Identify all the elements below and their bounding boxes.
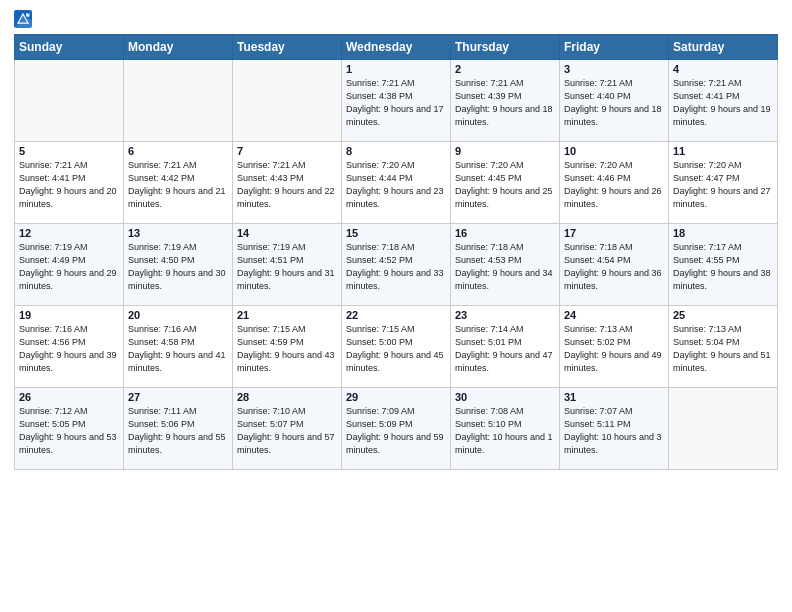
day-number: 12 <box>19 227 119 239</box>
weekday-header-tuesday: Tuesday <box>233 35 342 60</box>
day-info: Sunrise: 7:18 AMSunset: 4:53 PMDaylight:… <box>455 241 555 293</box>
day-info: Sunrise: 7:17 AMSunset: 4:55 PMDaylight:… <box>673 241 773 293</box>
calendar-cell: 5Sunrise: 7:21 AMSunset: 4:41 PMDaylight… <box>15 142 124 224</box>
calendar-cell: 13Sunrise: 7:19 AMSunset: 4:50 PMDayligh… <box>124 224 233 306</box>
calendar-cell: 19Sunrise: 7:16 AMSunset: 4:56 PMDayligh… <box>15 306 124 388</box>
day-number: 26 <box>19 391 119 403</box>
day-number: 3 <box>564 63 664 75</box>
day-number: 13 <box>128 227 228 239</box>
day-number: 16 <box>455 227 555 239</box>
day-info: Sunrise: 7:15 AMSunset: 5:00 PMDaylight:… <box>346 323 446 375</box>
day-number: 18 <box>673 227 773 239</box>
day-info: Sunrise: 7:19 AMSunset: 4:50 PMDaylight:… <box>128 241 228 293</box>
day-info: Sunrise: 7:13 AMSunset: 5:04 PMDaylight:… <box>673 323 773 375</box>
day-info: Sunrise: 7:16 AMSunset: 4:56 PMDaylight:… <box>19 323 119 375</box>
calendar-cell: 7Sunrise: 7:21 AMSunset: 4:43 PMDaylight… <box>233 142 342 224</box>
day-info: Sunrise: 7:16 AMSunset: 4:58 PMDaylight:… <box>128 323 228 375</box>
day-info: Sunrise: 7:13 AMSunset: 5:02 PMDaylight:… <box>564 323 664 375</box>
day-number: 5 <box>19 145 119 157</box>
weekday-header-saturday: Saturday <box>669 35 778 60</box>
weekday-header-friday: Friday <box>560 35 669 60</box>
day-number: 2 <box>455 63 555 75</box>
day-info: Sunrise: 7:20 AMSunset: 4:44 PMDaylight:… <box>346 159 446 211</box>
day-info: Sunrise: 7:10 AMSunset: 5:07 PMDaylight:… <box>237 405 337 457</box>
day-number: 1 <box>346 63 446 75</box>
calendar-cell: 14Sunrise: 7:19 AMSunset: 4:51 PMDayligh… <box>233 224 342 306</box>
calendar-cell: 23Sunrise: 7:14 AMSunset: 5:01 PMDayligh… <box>451 306 560 388</box>
day-number: 9 <box>455 145 555 157</box>
week-row-3: 12Sunrise: 7:19 AMSunset: 4:49 PMDayligh… <box>15 224 778 306</box>
day-number: 6 <box>128 145 228 157</box>
day-number: 27 <box>128 391 228 403</box>
day-info: Sunrise: 7:09 AMSunset: 5:09 PMDaylight:… <box>346 405 446 457</box>
calendar-cell: 4Sunrise: 7:21 AMSunset: 4:41 PMDaylight… <box>669 60 778 142</box>
day-info: Sunrise: 7:18 AMSunset: 4:52 PMDaylight:… <box>346 241 446 293</box>
calendar-cell: 18Sunrise: 7:17 AMSunset: 4:55 PMDayligh… <box>669 224 778 306</box>
calendar-cell <box>669 388 778 470</box>
day-number: 20 <box>128 309 228 321</box>
calendar-cell: 11Sunrise: 7:20 AMSunset: 4:47 PMDayligh… <box>669 142 778 224</box>
day-info: Sunrise: 7:21 AMSunset: 4:40 PMDaylight:… <box>564 77 664 129</box>
day-number: 15 <box>346 227 446 239</box>
calendar-cell: 8Sunrise: 7:20 AMSunset: 4:44 PMDaylight… <box>342 142 451 224</box>
calendar-cell: 3Sunrise: 7:21 AMSunset: 4:40 PMDaylight… <box>560 60 669 142</box>
day-info: Sunrise: 7:21 AMSunset: 4:38 PMDaylight:… <box>346 77 446 129</box>
day-number: 30 <box>455 391 555 403</box>
page-header <box>14 10 778 28</box>
logo-icon <box>14 10 32 28</box>
day-info: Sunrise: 7:21 AMSunset: 4:39 PMDaylight:… <box>455 77 555 129</box>
calendar-cell: 10Sunrise: 7:20 AMSunset: 4:46 PMDayligh… <box>560 142 669 224</box>
day-info: Sunrise: 7:07 AMSunset: 5:11 PMDaylight:… <box>564 405 664 457</box>
day-info: Sunrise: 7:14 AMSunset: 5:01 PMDaylight:… <box>455 323 555 375</box>
day-number: 14 <box>237 227 337 239</box>
day-info: Sunrise: 7:12 AMSunset: 5:05 PMDaylight:… <box>19 405 119 457</box>
day-number: 10 <box>564 145 664 157</box>
day-number: 23 <box>455 309 555 321</box>
calendar-cell <box>124 60 233 142</box>
day-info: Sunrise: 7:18 AMSunset: 4:54 PMDaylight:… <box>564 241 664 293</box>
day-number: 28 <box>237 391 337 403</box>
day-info: Sunrise: 7:20 AMSunset: 4:46 PMDaylight:… <box>564 159 664 211</box>
calendar-cell <box>233 60 342 142</box>
calendar-cell: 15Sunrise: 7:18 AMSunset: 4:52 PMDayligh… <box>342 224 451 306</box>
calendar-cell: 22Sunrise: 7:15 AMSunset: 5:00 PMDayligh… <box>342 306 451 388</box>
week-row-1: 1Sunrise: 7:21 AMSunset: 4:38 PMDaylight… <box>15 60 778 142</box>
calendar-cell: 26Sunrise: 7:12 AMSunset: 5:05 PMDayligh… <box>15 388 124 470</box>
calendar-cell: 17Sunrise: 7:18 AMSunset: 4:54 PMDayligh… <box>560 224 669 306</box>
calendar-cell: 24Sunrise: 7:13 AMSunset: 5:02 PMDayligh… <box>560 306 669 388</box>
day-number: 7 <box>237 145 337 157</box>
day-number: 22 <box>346 309 446 321</box>
week-row-2: 5Sunrise: 7:21 AMSunset: 4:41 PMDaylight… <box>15 142 778 224</box>
calendar-cell: 6Sunrise: 7:21 AMSunset: 4:42 PMDaylight… <box>124 142 233 224</box>
day-number: 29 <box>346 391 446 403</box>
day-info: Sunrise: 7:15 AMSunset: 4:59 PMDaylight:… <box>237 323 337 375</box>
day-info: Sunrise: 7:19 AMSunset: 4:51 PMDaylight:… <box>237 241 337 293</box>
day-info: Sunrise: 7:20 AMSunset: 4:45 PMDaylight:… <box>455 159 555 211</box>
day-number: 31 <box>564 391 664 403</box>
calendar-cell: 21Sunrise: 7:15 AMSunset: 4:59 PMDayligh… <box>233 306 342 388</box>
calendar-cell: 30Sunrise: 7:08 AMSunset: 5:10 PMDayligh… <box>451 388 560 470</box>
calendar-cell <box>15 60 124 142</box>
logo <box>14 10 34 28</box>
day-info: Sunrise: 7:21 AMSunset: 4:41 PMDaylight:… <box>19 159 119 211</box>
calendar-cell: 1Sunrise: 7:21 AMSunset: 4:38 PMDaylight… <box>342 60 451 142</box>
calendar-cell: 31Sunrise: 7:07 AMSunset: 5:11 PMDayligh… <box>560 388 669 470</box>
weekday-header-wednesday: Wednesday <box>342 35 451 60</box>
day-info: Sunrise: 7:19 AMSunset: 4:49 PMDaylight:… <box>19 241 119 293</box>
weekday-header-sunday: Sunday <box>15 35 124 60</box>
weekday-header-thursday: Thursday <box>451 35 560 60</box>
calendar-cell: 9Sunrise: 7:20 AMSunset: 4:45 PMDaylight… <box>451 142 560 224</box>
calendar-cell: 12Sunrise: 7:19 AMSunset: 4:49 PMDayligh… <box>15 224 124 306</box>
week-row-5: 26Sunrise: 7:12 AMSunset: 5:05 PMDayligh… <box>15 388 778 470</box>
day-info: Sunrise: 7:21 AMSunset: 4:43 PMDaylight:… <box>237 159 337 211</box>
day-info: Sunrise: 7:21 AMSunset: 4:42 PMDaylight:… <box>128 159 228 211</box>
day-number: 17 <box>564 227 664 239</box>
calendar-cell: 28Sunrise: 7:10 AMSunset: 5:07 PMDayligh… <box>233 388 342 470</box>
day-number: 19 <box>19 309 119 321</box>
calendar-cell: 2Sunrise: 7:21 AMSunset: 4:39 PMDaylight… <box>451 60 560 142</box>
calendar-cell: 27Sunrise: 7:11 AMSunset: 5:06 PMDayligh… <box>124 388 233 470</box>
day-number: 8 <box>346 145 446 157</box>
day-number: 21 <box>237 309 337 321</box>
day-info: Sunrise: 7:21 AMSunset: 4:41 PMDaylight:… <box>673 77 773 129</box>
day-info: Sunrise: 7:20 AMSunset: 4:47 PMDaylight:… <box>673 159 773 211</box>
